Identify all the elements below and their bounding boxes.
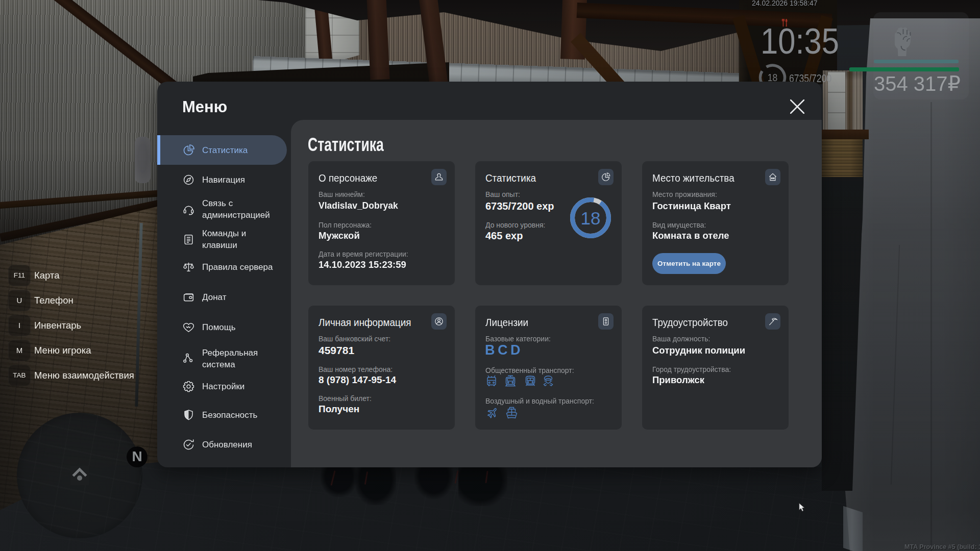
svg-text:18: 18 xyxy=(581,208,601,228)
